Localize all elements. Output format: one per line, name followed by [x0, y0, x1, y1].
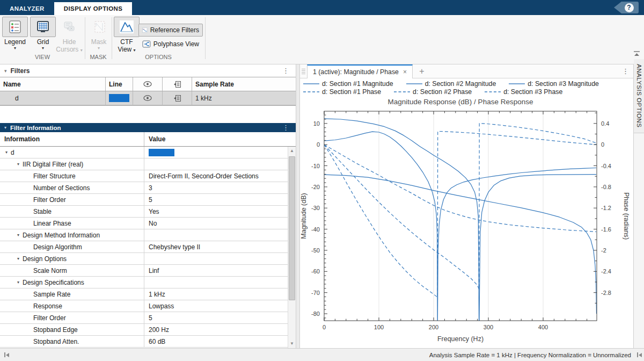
tab-display-options[interactable]: DISPLAY OPTIONS — [54, 2, 133, 15]
collapse-right-panel-icon[interactable] — [637, 352, 642, 357]
legend-item[interactable]: d: Section #2 Magnitude — [406, 80, 496, 88]
collapse-triangle-icon[interactable]: ▾ — [17, 256, 19, 261]
analysis-options-label: ANALYSIS OPTIONS — [636, 64, 642, 127]
info-row[interactable]: Filter Order5 — [0, 312, 296, 324]
chevron-down-icon[interactable]: ▾ — [2, 46, 28, 50]
mask-button-label: Mask — [87, 38, 111, 46]
legend-item[interactable]: d: Section #1 Magnitude — [303, 80, 393, 88]
collapse-triangle-icon[interactable]: ▾ — [4, 68, 7, 74]
column-sample-rate[interactable]: Sample Rate — [192, 77, 296, 91]
collapse-toolstrip-icon[interactable] — [633, 50, 641, 57]
reference-filters-button[interactable]: Reference Filters — [138, 24, 203, 37]
scroll-up-icon[interactable]: ▲ — [288, 147, 296, 155]
column-cue[interactable] — [163, 77, 192, 91]
svg-text:300: 300 — [484, 324, 493, 330]
svg-text:Magnitude Response (dB) / Phas: Magnitude Response (dB) / Phase Response — [388, 98, 533, 106]
info-row[interactable]: Filter Order5 — [0, 194, 296, 206]
new-display-tab-button[interactable]: + — [413, 64, 431, 78]
filter-information-menu-icon[interactable]: ⋮ — [280, 124, 291, 132]
svg-text:0: 0 — [317, 141, 320, 148]
display-tab-active[interactable]: 1 (active): Magnitude / Phase × — [307, 64, 413, 78]
filter-visibility-toggle[interactable] — [133, 91, 163, 105]
info-row[interactable]: Sample Rate1 kHz — [0, 288, 296, 300]
info-scrollbar[interactable]: ▲ ▼ — [288, 147, 296, 348]
group-label-options: OPTIONS — [112, 54, 205, 62]
legend-item[interactable]: d: Section #1 Phase — [303, 88, 381, 96]
info-row[interactable]: ▾Design Options — [0, 253, 296, 265]
filter-row-d[interactable]: d 1 kHz — [0, 91, 296, 105]
column-value[interactable]: Value — [144, 132, 296, 146]
filter-line-swatch[interactable] — [109, 94, 129, 102]
legend-item[interactable]: d: Section #3 Magnitude — [509, 80, 599, 88]
hide-cursors-icon — [62, 20, 76, 34]
column-visibility[interactable] — [133, 77, 163, 91]
info-row[interactable]: Filter StructureDirect-Form II, Second-O… — [0, 170, 296, 182]
info-row[interactable]: Linear PhaseNo — [0, 218, 296, 229]
chevron-down-icon[interactable]: ▾ — [30, 46, 56, 50]
polyphase-view-label: Polyphase View — [153, 40, 199, 48]
info-value: Direct-Form II, Second-Order Sections — [149, 172, 259, 180]
filter-line-cell[interactable] — [106, 91, 133, 105]
grid-button[interactable]: Grid ▾ — [30, 17, 56, 50]
info-row[interactable]: Number of Sections3 — [0, 182, 296, 194]
filter-cue-toggle[interactable] — [163, 91, 192, 105]
collapse-left-panel-icon[interactable] — [4, 352, 9, 357]
info-label: Stopband Edge — [33, 326, 78, 334]
display-tab-label: 1 (active): Magnitude / Phase — [313, 68, 399, 76]
collapse-triangle-icon[interactable]: ▾ — [17, 280, 19, 285]
info-label: Design Specifications — [23, 279, 84, 286]
column-line[interactable]: Line — [106, 77, 133, 91]
ctf-view-button[interactable]: CTFView ▾ — [114, 17, 140, 53]
info-row[interactable]: ▾IIR Digital Filter (real) — [0, 158, 296, 170]
info-label: Stable — [33, 208, 52, 215]
info-row[interactable]: ▾Design Specifications — [0, 277, 296, 288]
analysis-status-text: Analysis Sample Rate = 1 kHz | Frequency… — [429, 352, 631, 358]
legend-label: d: Section #3 Magnitude — [528, 80, 599, 88]
tab-grip-icon[interactable] — [300, 64, 307, 78]
info-row[interactable]: ▾Design Method Information — [0, 229, 296, 241]
help-button[interactable]: ? — [614, 2, 639, 13]
filters-menu-icon[interactable]: ⋮ — [280, 67, 291, 75]
collapse-triangle-icon[interactable]: ▾ — [4, 125, 6, 130]
chevron-down-icon[interactable]: ▾ — [134, 48, 136, 53]
legend-label: d: Section #3 Phase — [503, 88, 562, 96]
legend-item[interactable]: d: Section #3 Phase — [485, 88, 562, 96]
info-row[interactable]: Stopband Edge200 Hz — [0, 324, 296, 336]
analysis-options-tab[interactable]: ANALYSIS OPTIONS — [634, 59, 644, 133]
info-value: Lowpass — [149, 302, 174, 310]
cue-icon — [173, 95, 181, 102]
panel-splitter[interactable] — [296, 64, 300, 348]
column-name[interactable]: Name — [0, 77, 106, 91]
toolstrip-separator — [205, 17, 206, 59]
display-menu-icon[interactable]: ⋮ — [620, 67, 631, 75]
filter-line-swatch[interactable] — [149, 149, 174, 156]
display-panel: 1 (active): Magnitude / Phase × + ⋮ d: S… — [300, 64, 633, 348]
collapse-triangle-icon[interactable]: ▾ — [5, 150, 8, 155]
info-value: Linf — [149, 267, 159, 275]
info-value: 60 dB — [149, 338, 165, 345]
info-row[interactable]: ▾d — [0, 147, 296, 158]
info-row[interactable]: Scale NormLinf — [0, 265, 296, 277]
polyphase-view-button[interactable]: Polyphase View — [138, 38, 203, 50]
info-row[interactable]: ResponseLowpass — [0, 300, 296, 312]
tab-analyzer[interactable]: ANALYZER — [0, 2, 54, 15]
help-icon: ? — [625, 3, 634, 12]
collapse-triangle-icon[interactable]: ▾ — [17, 162, 19, 167]
reference-filters-icon — [142, 26, 148, 34]
legend-item[interactable]: d: Section #2 Phase — [394, 88, 472, 96]
legend-button[interactable]: Legend ▾ — [2, 17, 28, 50]
toolstrip-separator — [112, 17, 112, 59]
info-row[interactable]: Design AlgorithmChebyshev type II — [0, 241, 296, 253]
magnitude-phase-chart[interactable]: 0100200300400100-10-20-30-40-50-60-70-80… — [300, 96, 633, 348]
collapse-triangle-icon[interactable]: ▾ — [17, 233, 19, 237]
info-row[interactable]: StableYes — [0, 206, 296, 218]
info-value: Yes — [149, 208, 159, 215]
info-row[interactable]: Stopband Atten.60 dB — [0, 336, 296, 348]
close-icon[interactable]: × — [403, 68, 407, 76]
filters-table-header: Name Line Sample Rate — [0, 77, 296, 91]
column-information[interactable]: Information — [0, 135, 144, 143]
scrollbar-thumb[interactable] — [289, 156, 295, 300]
scroll-down-icon[interactable]: ▼ — [288, 340, 296, 348]
svg-text:-70: -70 — [311, 290, 320, 296]
svg-text:-80: -80 — [311, 311, 320, 317]
